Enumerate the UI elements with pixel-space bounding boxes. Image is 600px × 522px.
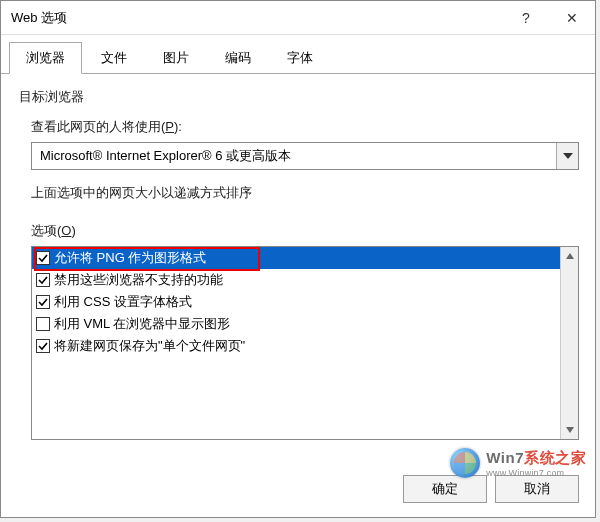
close-button[interactable]: ✕: [549, 1, 595, 35]
option-label: 允许将 PNG 作为图形格式: [54, 249, 206, 267]
windows-orb-icon: [450, 448, 480, 478]
option-disable-unsupported[interactable]: 禁用这些浏览器不支持的功能: [32, 269, 560, 291]
sort-info-text: 上面选项中的网页大小以递减方式排序: [31, 184, 577, 202]
tab-label: 文件: [101, 50, 127, 65]
checkbox-icon[interactable]: [36, 317, 50, 331]
button-label: 确定: [432, 480, 458, 498]
watermark: Win7系统之家 www.Winwin7.com: [450, 448, 586, 478]
option-label: 禁用这些浏览器不支持的功能: [54, 271, 223, 289]
tab-font[interactable]: 字体: [270, 42, 330, 74]
tab-file[interactable]: 文件: [84, 42, 144, 74]
content-area: 目标浏览器 查看此网页的人将使用(P): Microsoft® Internet…: [1, 74, 595, 465]
tab-label: 编码: [225, 50, 251, 65]
tab-label: 图片: [163, 50, 189, 65]
checkbox-icon[interactable]: [36, 295, 50, 309]
option-single-file-webpage[interactable]: 将新建网页保存为"单个文件网页": [32, 335, 560, 357]
watermark-url: www.Winwin7.com: [486, 468, 586, 478]
browser-select[interactable]: Microsoft® Internet Explorer® 6 或更高版本: [31, 142, 579, 170]
scrollbar[interactable]: [560, 247, 578, 439]
viewer-label: 查看此网页的人将使用(P):: [31, 118, 577, 136]
options-label: 选项(O): [31, 222, 577, 240]
chevron-down-icon[interactable]: [556, 143, 578, 169]
option-label: 利用 CSS 设置字体格式: [54, 293, 192, 311]
option-allow-png[interactable]: 允许将 PNG 作为图形格式: [32, 247, 560, 269]
watermark-brand: Win7系统之家: [486, 449, 586, 468]
checkbox-icon[interactable]: [36, 251, 50, 265]
tab-browser[interactable]: 浏览器: [9, 42, 82, 74]
tab-picture[interactable]: 图片: [146, 42, 206, 74]
checkbox-icon[interactable]: [36, 339, 50, 353]
tab-label: 字体: [287, 50, 313, 65]
scroll-track[interactable]: [561, 265, 578, 421]
tab-encoding[interactable]: 编码: [208, 42, 268, 74]
option-label: 将新建网页保存为"单个文件网页": [54, 337, 245, 355]
tab-label: 浏览器: [26, 50, 65, 65]
dialog-title: Web 选项: [11, 9, 503, 27]
scroll-up-icon[interactable]: [561, 247, 578, 265]
cancel-button[interactable]: 取消: [495, 475, 579, 503]
checkbox-icon[interactable]: [36, 273, 50, 287]
option-css-fonts[interactable]: 利用 CSS 设置字体格式: [32, 291, 560, 313]
titlebar: Web 选项 ? ✕: [1, 1, 595, 35]
tabstrip: 浏览器 文件 图片 编码 字体: [1, 35, 595, 74]
option-label: 利用 VML 在浏览器中显示图形: [54, 315, 230, 333]
web-options-dialog: Web 选项 ? ✕ 浏览器 文件 图片 编码 字体 目标浏览器 查看此网页的人…: [0, 0, 596, 518]
button-label: 取消: [524, 480, 550, 498]
option-vml[interactable]: 利用 VML 在浏览器中显示图形: [32, 313, 560, 335]
target-browser-heading: 目标浏览器: [19, 88, 577, 106]
options-listbox[interactable]: 允许将 PNG 作为图形格式 禁用这些浏览器不支持的功能 利用 CSS 设置字体…: [31, 246, 579, 440]
options-inner: 允许将 PNG 作为图形格式 禁用这些浏览器不支持的功能 利用 CSS 设置字体…: [32, 247, 560, 439]
help-button[interactable]: ?: [503, 1, 549, 35]
ok-button[interactable]: 确定: [403, 475, 487, 503]
scroll-down-icon[interactable]: [561, 421, 578, 439]
browser-select-value: Microsoft® Internet Explorer® 6 或更高版本: [32, 147, 556, 165]
